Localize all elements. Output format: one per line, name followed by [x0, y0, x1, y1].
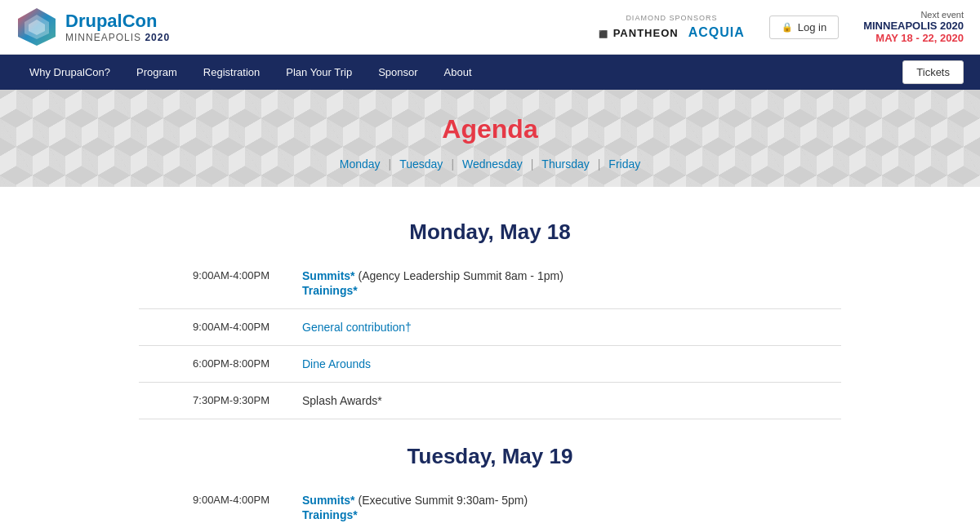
table-row: 6:00PM-8:00PM Dine Arounds — [139, 346, 841, 383]
login-label: Log in — [798, 21, 826, 33]
event-secondary-link[interactable]: Trainings* — [302, 284, 358, 297]
diamond-label: DIAMOND SPONSORS — [599, 14, 745, 22]
logo-text: DrupalCon MINNEAPOLIS 2020 — [65, 11, 170, 43]
next-event-name: MINNEAPOLIS 2020 — [863, 20, 964, 32]
next-event: Next event MINNEAPOLIS 2020 MAY 18 - 22,… — [863, 10, 964, 44]
event-link[interactable]: Summits* — [302, 269, 355, 282]
nav-program[interactable]: Program — [123, 55, 190, 90]
tuesday-heading: Tuesday, May 19 — [139, 444, 841, 469]
header-right: DIAMOND SPONSORS ⬛ PANTHEON ACQUIA 🔒 Log… — [599, 10, 964, 44]
diamond-sponsors: DIAMOND SPONSORS ⬛ PANTHEON ACQUIA — [599, 14, 745, 40]
nav-registration[interactable]: Registration — [190, 55, 273, 90]
table-row: 9:00AM-4:00PM General contribution† — [139, 309, 841, 346]
day-tab-friday[interactable]: Friday — [600, 157, 648, 171]
nav-links: Why DrupalCon? Program Registration Plan… — [16, 55, 485, 90]
event-details: Splash Awards* — [286, 383, 841, 419]
table-row: 7:30PM-9:30PM Splash Awards* — [139, 383, 841, 419]
main-nav: Why DrupalCon? Program Registration Plan… — [0, 55, 980, 90]
drupalcon-logo-icon — [16, 7, 57, 47]
event-link[interactable]: Dine Arounds — [302, 357, 371, 370]
event-time: 6:00PM-8:00PM — [139, 346, 286, 383]
event-details: Summits* (Agency Leadership Summit 8am -… — [286, 258, 841, 309]
nav-plan-trip[interactable]: Plan Your Trip — [273, 55, 365, 90]
logo-drupalcon: DrupalCon — [65, 11, 170, 32]
next-event-dates: MAY 18 - 22, 2020 — [863, 32, 964, 44]
monday-schedule: 9:00AM-4:00PM Summits* (Agency Leadershi… — [139, 258, 841, 419]
nav-about[interactable]: About — [431, 55, 485, 90]
day-tab-monday[interactable]: Monday — [332, 157, 389, 171]
hero-section: Agenda Monday | Tuesday | Wednesday | Th… — [0, 90, 980, 187]
event-secondary-link[interactable]: Trainings* — [302, 508, 358, 521]
event-time: 9:00AM-4:00PM — [139, 482, 286, 532]
login-button[interactable]: 🔒 Log in — [769, 16, 839, 39]
nav-sponsor[interactable]: Sponsor — [365, 55, 430, 90]
event-details: General contribution† — [286, 309, 841, 346]
lock-icon: 🔒 — [782, 22, 793, 33]
day-tab-wednesday[interactable]: Wednesday — [454, 157, 531, 171]
table-row: 9:00AM-4:00PM Summits* (Agency Leadershi… — [139, 258, 841, 309]
logo-city: MINNEAPOLIS 2020 — [65, 32, 170, 43]
logo-area: DrupalCon MINNEAPOLIS 2020 — [16, 7, 170, 47]
tickets-button[interactable]: Tickets — [902, 60, 964, 84]
sponsors-logos: ⬛ PANTHEON ACQUIA — [599, 25, 745, 40]
event-time: 9:00AM-4:00PM — [139, 309, 286, 346]
monday-heading: Monday, May 18 — [139, 219, 841, 245]
nav-why-drupalcon[interactable]: Why DrupalCon? — [16, 55, 123, 90]
day-tab-thursday[interactable]: Thursday — [533, 157, 597, 171]
event-link[interactable]: Summits* — [302, 494, 355, 507]
day-tab-tuesday[interactable]: Tuesday — [391, 157, 451, 171]
sponsor-pantheon: ⬛ PANTHEON — [599, 27, 679, 39]
event-suffix: (Agency Leadership Summit 8am - 1pm) — [355, 269, 564, 282]
site-header: DrupalCon MINNEAPOLIS 2020 DIAMOND SPONS… — [0, 0, 980, 55]
day-tabs: Monday | Tuesday | Wednesday | Thursday … — [16, 157, 964, 171]
table-row: 9:00AM-4:00PM Summits* (Executive Summit… — [139, 482, 841, 532]
tuesday-schedule: 9:00AM-4:00PM Summits* (Executive Summit… — [139, 482, 841, 532]
event-time: 7:30PM-9:30PM — [139, 383, 286, 419]
sponsor-acquia: ACQUIA — [688, 25, 745, 40]
hero-content: Agenda Monday | Tuesday | Wednesday | Th… — [16, 114, 964, 171]
event-suffix: (Executive Summit 9:30am- 5pm) — [355, 494, 528, 507]
tuesday-section: Tuesday, May 19 9:00AM-4:00PM Summits* (… — [139, 444, 841, 532]
event-details: Dine Arounds — [286, 346, 841, 383]
event-time: 9:00AM-4:00PM — [139, 258, 286, 309]
event-text: Splash Awards* — [302, 394, 382, 407]
event-link[interactable]: General contribution† — [302, 321, 412, 334]
main-content: Monday, May 18 9:00AM-4:00PM Summits* (A… — [122, 187, 858, 532]
monday-section: Monday, May 18 9:00AM-4:00PM Summits* (A… — [139, 219, 841, 419]
agenda-title: Agenda — [16, 114, 964, 144]
event-details: Summits* (Executive Summit 9:30am- 5pm) … — [286, 482, 841, 532]
next-event-label: Next event — [863, 10, 964, 20]
